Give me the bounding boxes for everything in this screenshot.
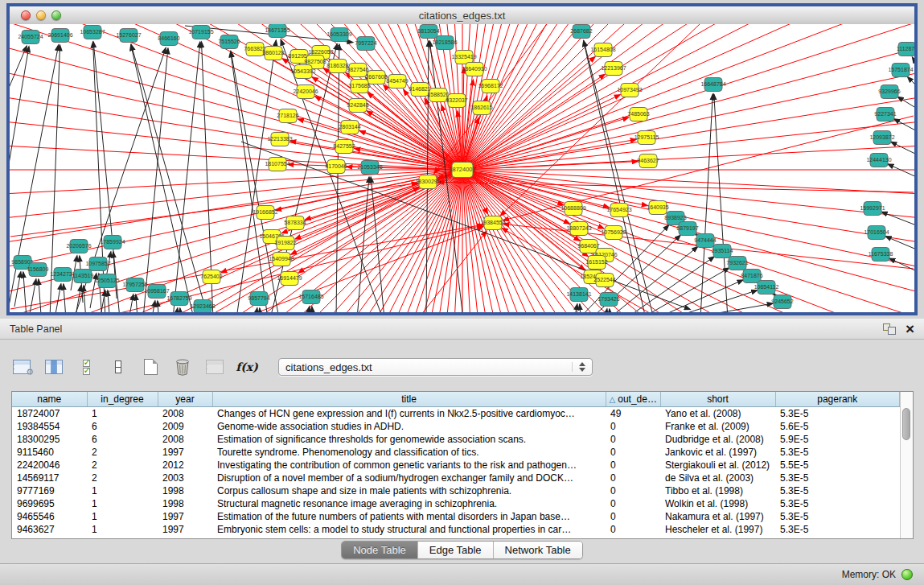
- table-settings-icon[interactable]: ⚙: [11, 357, 32, 377]
- table-cell[interactable]: 5.3E-5: [775, 497, 900, 510]
- select-rows-icon[interactable]: [76, 357, 97, 377]
- table-cell[interactable]: 1: [87, 497, 158, 510]
- graph-node-8454749[interactable]: 8454749: [386, 75, 408, 89]
- table-cell[interactable]: Nakamura et al. (1997): [660, 510, 775, 523]
- graph-node-12342737[interactable]: 12342737: [50, 268, 75, 282]
- graph-node-12505125[interactable]: 12505125: [94, 274, 119, 288]
- graph-node-9146821[interactable]: 9146821: [409, 83, 430, 97]
- float-panel-icon[interactable]: [883, 323, 896, 335]
- table-row[interactable]: 946554611997Estimation of the future num…: [12, 510, 900, 523]
- table-cell[interactable]: 1: [87, 407, 158, 421]
- graph-node-18300295[interactable]: 18300295: [415, 175, 440, 189]
- table-cell[interactable]: 5.3E-5: [775, 523, 900, 536]
- column-header-short[interactable]: short: [660, 392, 775, 407]
- table-cell[interactable]: 0: [606, 523, 660, 536]
- table-cell[interactable]: 2: [87, 472, 158, 484]
- tab-node-table[interactable]: Node Table: [342, 542, 418, 558]
- column-header-pagerank[interactable]: pagerank: [775, 392, 900, 407]
- graph-node-7932621[interactable]: 7932621: [726, 257, 748, 270]
- graph-node-8813054[interactable]: 8813054: [417, 25, 439, 39]
- graph-node-10654112[interactable]: 10654112: [754, 281, 779, 295]
- graph-node-10973493[interactable]: 10973493: [617, 84, 642, 97]
- graph-node-15992971[interactable]: 15992971: [860, 202, 885, 216]
- table-cell[interactable]: de Silva et al. (2003): [660, 472, 775, 484]
- graph-node-10653287[interactable]: 10653287: [80, 26, 105, 39]
- table-cell[interactable]: 2: [87, 446, 158, 459]
- table-row[interactable]: 1456911722003Disruption of a novel membe…: [12, 472, 900, 484]
- table-cell[interactable]: 22420046: [12, 459, 87, 472]
- table-cell[interactable]: 9115460: [12, 446, 87, 459]
- close-window-icon[interactable]: [21, 10, 31, 20]
- table-cell[interactable]: 18300295: [12, 433, 87, 446]
- table-cell[interactable]: 9463627: [12, 523, 87, 536]
- table-cell[interactable]: Stergiakouli et al. (2012): [660, 459, 775, 472]
- graph-node-20691406[interactable]: 20691406: [47, 29, 72, 43]
- graph-node-16914479[interactable]: 16914479: [277, 272, 302, 286]
- graph-node-8466160[interactable]: 8466160: [158, 32, 179, 46]
- graph-node-9329966[interactable]: 9329966: [878, 85, 900, 99]
- graph-node-18107554[interactable]: 18107554: [265, 158, 290, 171]
- graph-node-3175685[interactable]: 3175685: [348, 80, 370, 93]
- row-height-icon[interactable]: [108, 357, 129, 377]
- graph-node-16968172[interactable]: 16968172: [478, 80, 503, 93]
- table-cell[interactable]: Tourette syndrome. Phenomenology and cla…: [212, 446, 606, 459]
- graph-node-9322037[interactable]: 9322037: [446, 94, 467, 108]
- table-cell[interactable]: 9465546: [12, 510, 87, 523]
- zoom-window-icon[interactable]: [51, 10, 61, 20]
- graph-node-9857794[interactable]: 9857794: [248, 292, 269, 306]
- graph-node-9227341[interactable]: 9227341: [874, 108, 896, 122]
- graph-hub-node-18724007[interactable]: 18724007: [449, 163, 475, 178]
- table-cell[interactable]: Hescheler et al. (1997): [660, 523, 775, 536]
- graph-node-8427552[interactable]: 8427552: [333, 140, 355, 154]
- graph-node-2935114[interactable]: 2935114: [712, 245, 733, 258]
- table-cell[interactable]: Changes of HCN gene expression and I(f) …: [212, 407, 606, 421]
- table-cell[interactable]: 6: [87, 420, 158, 433]
- graph-node-19218586[interactable]: 19218586: [432, 36, 457, 50]
- table-scrollbar-thumb[interactable]: [902, 408, 910, 440]
- table-cell[interactable]: 1: [87, 523, 158, 536]
- graph-node-16154808[interactable]: 16154808: [590, 43, 615, 57]
- graph-node-11675338[interactable]: 11675338: [869, 248, 893, 262]
- table-cell[interactable]: Investigating the contribution of common…: [212, 459, 606, 472]
- graph-node-7485063[interactable]: 7485063: [627, 108, 649, 122]
- table-cell[interactable]: Genome-wide association studies in ADHD.: [212, 420, 606, 433]
- tab-edge-table[interactable]: Edge Table: [418, 542, 494, 558]
- graph-node-4170046[interactable]: 4170046: [325, 160, 347, 174]
- table-cell[interactable]: Estimation of the future numbers of pati…: [212, 510, 606, 523]
- graph-node-16648784[interactable]: 16648784: [700, 78, 725, 92]
- table-cell[interactable]: 18724007: [12, 407, 87, 421]
- graph-node-12213967[interactable]: 12213967: [601, 62, 626, 76]
- graph-node-10543392[interactable]: 10543392: [290, 65, 315, 79]
- graph-node-1112874[interactable]: 1112874: [897, 43, 914, 56]
- table-cell[interactable]: 5.3E-5: [775, 472, 900, 484]
- table-select-dropdown[interactable]: citations_edges.txt: [278, 358, 593, 376]
- table-row[interactable]: 1938455462009Genome-wide association stu…: [12, 420, 900, 433]
- table-row[interactable]: 1872400712008Changes of HCN gene express…: [12, 407, 900, 421]
- table-cell[interactable]: 5.3E-5: [775, 407, 900, 421]
- delete-table-icon[interactable]: [204, 357, 225, 377]
- graph-node-19384554[interactable]: 19384554: [480, 216, 505, 230]
- table-cell[interactable]: 19384554: [12, 420, 87, 433]
- table-cell[interactable]: 1997: [158, 446, 212, 459]
- table-cell[interactable]: 0: [606, 446, 660, 459]
- graph-node-17654923[interactable]: 17654923: [606, 204, 631, 217]
- column-settings-icon[interactable]: [43, 357, 64, 377]
- table-cell[interactable]: 14569117: [12, 472, 87, 484]
- column-header-in_degree[interactable]: in_degree: [87, 392, 158, 407]
- graph-node-2803144[interactable]: 2803144: [339, 121, 360, 134]
- graph-node-1588520[interactable]: 1588520: [427, 89, 449, 102]
- graph-node-1640935[interactable]: 1640935: [647, 201, 668, 215]
- table-cell[interactable]: 0: [606, 459, 660, 472]
- table-cell[interactable]: 5.3E-5: [775, 484, 900, 497]
- graph-node-18807243[interactable]: 18807243: [566, 222, 591, 236]
- graph-node-19166852[interactable]: 19166852: [253, 206, 277, 220]
- graph-node-7663822[interactable]: 7663822: [244, 43, 265, 56]
- graph-node-1615152[interactable]: 1615152: [585, 256, 607, 270]
- table-row[interactable]: 1830029562008Estimation of significance …: [12, 433, 900, 446]
- table-cell[interactable]: 5.3E-5: [775, 510, 900, 523]
- graph-node-9860128[interactable]: 9860128: [262, 47, 284, 60]
- table-cell[interactable]: 2008: [158, 433, 212, 446]
- graph-node-17957255[interactable]: 17957255: [122, 278, 147, 292]
- graph-node-16782759[interactable]: 16782759: [166, 292, 191, 306]
- graph-node-15716485[interactable]: 15716485: [298, 290, 323, 304]
